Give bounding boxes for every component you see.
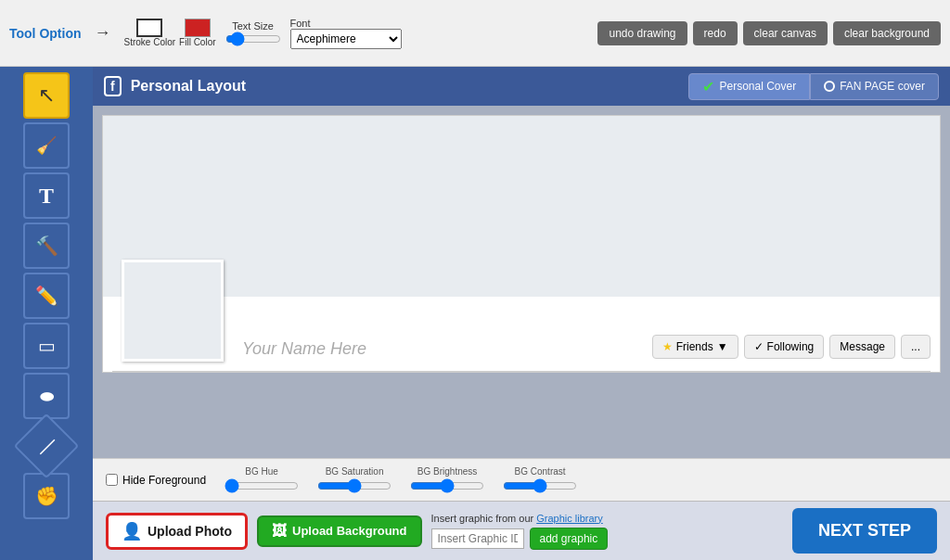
text-size-slider[interactable] bbox=[225, 32, 281, 46]
profile-actions: ★ Friends ▼ ✓ Following Message ... bbox=[652, 335, 931, 363]
fan-page-cover-label: FAN PAGE cover bbox=[840, 80, 925, 93]
font-group: Font Acephimere Arial Times New Roman Ve… bbox=[290, 18, 402, 49]
hand-tool-button[interactable]: ✊ bbox=[23, 473, 70, 519]
bg-saturation-slider[interactable] bbox=[317, 478, 392, 493]
clear-background-button[interactable]: clear background bbox=[833, 21, 941, 45]
following-button[interactable]: ✓ Following bbox=[744, 335, 825, 359]
profile-divider bbox=[112, 371, 931, 372]
upload-photo-label: Upload Photo bbox=[148, 524, 232, 539]
undo-drawing-button[interactable]: undo drawing bbox=[597, 21, 687, 45]
eraser-tool-button[interactable]: 🧹 bbox=[23, 122, 70, 169]
graphic-input-row: add graphic bbox=[431, 528, 609, 550]
personal-cover-label: Personal Cover bbox=[719, 80, 796, 93]
star-icon: ★ bbox=[662, 340, 673, 353]
bg-hue-label: BG Hue bbox=[245, 466, 278, 477]
fill-color-box[interactable] bbox=[185, 19, 211, 37]
font-label: Font bbox=[290, 18, 402, 29]
text-size-label: Text Size bbox=[232, 20, 274, 32]
arrow-icon: → bbox=[95, 23, 111, 43]
next-step-button[interactable]: NEXT STEP bbox=[792, 508, 937, 554]
bg-contrast-label: BG Contrast bbox=[515, 466, 566, 477]
bg-brightness-label: BG Brightness bbox=[417, 466, 477, 477]
content-area: f Personal Layout ✔ Personal Cover FAN P… bbox=[93, 67, 950, 560]
graphic-library-link[interactable]: Graphic library bbox=[536, 513, 603, 524]
select-tool-button[interactable]: ↖ bbox=[23, 72, 70, 119]
tool-option-label: Tool Option bbox=[9, 26, 82, 41]
radio-icon bbox=[824, 81, 835, 92]
ellipse-tool-button[interactable]: ⬬ bbox=[23, 373, 70, 419]
fan-page-cover-tab[interactable]: FAN PAGE cover bbox=[810, 73, 939, 100]
stroke-label: Stroke Color bbox=[124, 37, 176, 47]
main-area: ↖ 🧹 T 🔨 ✏️ ▭ ⬬ — ✊ f Personal Layout ✔ P… bbox=[0, 67, 950, 560]
upload-photo-button[interactable]: 👤 Upload Photo bbox=[106, 513, 248, 550]
stroke-color-box[interactable] bbox=[136, 19, 162, 37]
check-icon: ✔ bbox=[702, 78, 714, 95]
line-tool-button[interactable]: — bbox=[14, 414, 80, 479]
friends-button[interactable]: ★ Friends ▼ bbox=[652, 335, 738, 359]
text-size-group: Text Size bbox=[225, 20, 281, 46]
bg-saturation-group: BG Saturation bbox=[317, 466, 392, 493]
redo-button[interactable]: redo bbox=[693, 21, 738, 45]
hammer-tool-button[interactable]: 🔨 bbox=[23, 223, 70, 269]
bg-controls: Hide Foreground BG Hue BG Saturation BG … bbox=[93, 458, 950, 501]
following-label: Following bbox=[767, 340, 815, 353]
more-options-button[interactable]: ... bbox=[901, 335, 931, 359]
upload-background-button[interactable]: 🖼 Upload Background bbox=[257, 515, 422, 547]
graphic-info-row: Insert graphic from our Graphic library bbox=[431, 513, 609, 524]
profile-section: Your Name Here ★ Friends ▼ ✓ Following M bbox=[103, 297, 940, 371]
message-label: Message bbox=[840, 340, 885, 353]
add-graphic-button[interactable]: add graphic bbox=[530, 528, 609, 550]
bg-saturation-label: BG Saturation bbox=[326, 466, 384, 477]
profile-name: Your Name Here bbox=[242, 339, 366, 363]
font-select[interactable]: Acephimere Arial Times New Roman Verdana bbox=[290, 29, 402, 49]
hide-foreground-checkbox[interactable] bbox=[106, 474, 118, 486]
personal-cover-tab[interactable]: ✔ Personal Cover bbox=[688, 73, 810, 100]
check-icon-following: ✓ bbox=[754, 340, 764, 353]
facebook-logo: f bbox=[104, 76, 122, 96]
fb-panel-title: Personal Layout bbox=[131, 78, 680, 95]
pen-tool-button[interactable]: ✏️ bbox=[23, 273, 70, 319]
rectangle-tool-button[interactable]: ▭ bbox=[23, 323, 70, 369]
sidebar: ↖ 🧹 T 🔨 ✏️ ▭ ⬬ — ✊ bbox=[0, 67, 93, 560]
fill-label: Fill Color bbox=[179, 37, 215, 47]
bg-contrast-slider[interactable] bbox=[503, 478, 577, 493]
stroke-fill-group: Stroke Color Fill Color bbox=[124, 19, 216, 47]
graphic-id-input[interactable] bbox=[431, 528, 524, 549]
bg-hue-group: BG Hue bbox=[225, 466, 299, 493]
bg-contrast-group: BG Contrast bbox=[503, 466, 577, 493]
hide-foreground-label: Hide Foreground bbox=[122, 474, 206, 487]
bg-brightness-slider[interactable] bbox=[410, 478, 484, 493]
text-tool-button[interactable]: T bbox=[23, 172, 70, 219]
chevron-down-icon: ▼ bbox=[717, 340, 728, 353]
fb-cover-layout: Your Name Here ★ Friends ▼ ✓ Following M bbox=[102, 115, 941, 373]
bottom-bar: 👤 Upload Photo 🖼 Upload Background Inser… bbox=[93, 501, 950, 560]
more-dots-icon: ... bbox=[911, 340, 920, 353]
person-icon: 👤 bbox=[122, 521, 142, 541]
hide-foreground-group: Hide Foreground bbox=[106, 474, 206, 487]
image-icon: 🖼 bbox=[272, 523, 287, 540]
graphic-section: Insert graphic from our Graphic library … bbox=[431, 513, 609, 550]
profile-photo-box bbox=[122, 260, 224, 362]
friends-label: Friends bbox=[676, 340, 713, 353]
cover-tab-options: ✔ Personal Cover FAN PAGE cover bbox=[688, 73, 939, 100]
fb-panel-header: f Personal Layout ✔ Personal Cover FAN P… bbox=[93, 67, 950, 106]
toolbar: Tool Option → Stroke Color Fill Color Te… bbox=[0, 0, 950, 67]
message-button[interactable]: Message bbox=[829, 335, 895, 359]
bg-hue-slider[interactable] bbox=[225, 478, 299, 493]
clear-canvas-button[interactable]: clear canvas bbox=[743, 21, 828, 45]
upload-bg-label: Upload Background bbox=[292, 524, 407, 538]
fill-color-group: Fill Color bbox=[179, 19, 215, 47]
toolbar-right-buttons: undo drawing redo clear canvas clear bac… bbox=[597, 21, 941, 45]
bg-brightness-group: BG Brightness bbox=[410, 466, 484, 493]
cover-image-area bbox=[103, 116, 940, 297]
stroke-color-group: Stroke Color bbox=[124, 19, 176, 47]
graphic-insert-label: Insert graphic from our bbox=[431, 513, 534, 524]
canvas-area[interactable]: Your Name Here ★ Friends ▼ ✓ Following M bbox=[93, 106, 950, 458]
